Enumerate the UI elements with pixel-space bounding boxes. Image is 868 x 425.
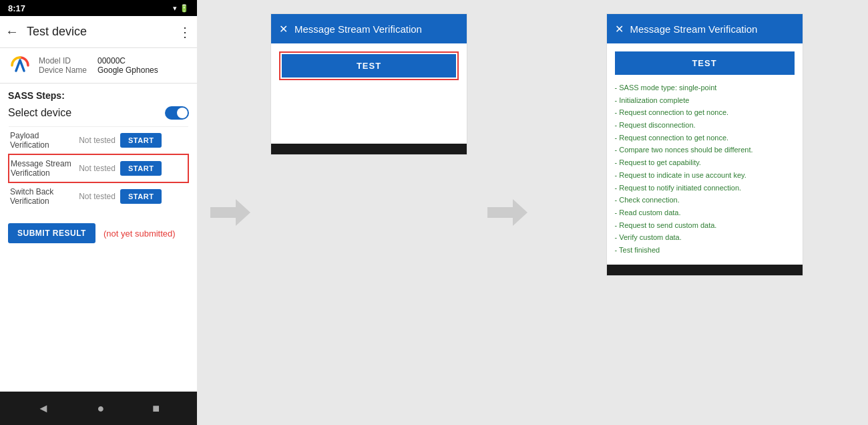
not-submitted-label: (not yet submitted) xyxy=(103,229,176,239)
phone-panel: 8:17 ▾ 🔋 ← Test device ⋮ Model ID 00000C xyxy=(0,0,197,425)
device-info-section: Model ID 00000C Device Name Google Gphon… xyxy=(0,48,197,84)
step-row-message-stream: Message StreamVerification Not tested ST… xyxy=(9,154,188,182)
dialog-2-wrapper: ✕ Message Stream Verification TEST - SAS… xyxy=(541,0,868,425)
step-btn-cell-payload: START xyxy=(119,127,188,155)
back-icon[interactable]: ← xyxy=(5,24,19,39)
arrow-2 xyxy=(487,199,527,226)
dialog-1-bottom-bar xyxy=(271,144,467,154)
start-payload-btn[interactable]: START xyxy=(120,133,162,148)
result-item: - Request disconnection. xyxy=(615,119,795,132)
arrow-2-head xyxy=(513,199,527,226)
dialog-1-close-icon[interactable]: ✕ xyxy=(279,23,288,35)
arrow-1-container xyxy=(197,0,264,425)
result-item: - Request to notify initiated connection… xyxy=(615,182,795,194)
result-item: - Test finished xyxy=(615,244,795,257)
device-name-value: Google Gphones xyxy=(97,65,158,75)
result-item: - Read custom data. xyxy=(615,206,795,219)
steps-table: Payload Verification Not tested START Me… xyxy=(8,126,189,210)
device-name-label: Device Name xyxy=(39,65,92,75)
select-device-label: Select device xyxy=(8,107,71,119)
step-name-message-stream: Message StreamVerification xyxy=(9,154,75,182)
select-device-toggle[interactable] xyxy=(165,106,189,120)
step-status-switch-back: Not tested xyxy=(75,182,119,210)
device-info-rows: Model ID 00000C Device Name Google Gphon… xyxy=(39,56,158,75)
result-item: - Request to send custom data. xyxy=(615,219,795,232)
phone-navbar: ◄ ● ■ xyxy=(0,392,197,425)
result-list: - SASS mode type: single-point- Initiali… xyxy=(615,82,795,257)
battery-icon: 🔋 xyxy=(180,4,189,13)
result-item: - Compare two nonces should be different… xyxy=(615,144,795,156)
phone-title: Test device xyxy=(27,25,178,39)
dialog-1-box: ✕ Message Stream Verification TEST xyxy=(270,13,467,155)
test-btn-1[interactable]: TEST xyxy=(282,54,456,78)
select-device-row: Select device xyxy=(8,106,189,120)
step-row-payload: Payload Verification Not tested START xyxy=(9,127,188,155)
dialog-2-bottom-bar xyxy=(607,265,803,275)
phone-content: ← Test device ⋮ Model ID 00000C Device N… xyxy=(0,16,197,392)
step-row-switch-back: Switch Back Verification Not tested STAR… xyxy=(9,182,188,210)
brand-logo xyxy=(8,53,32,78)
dialog-1-title: Message Stream Verification xyxy=(294,23,459,35)
result-item: - Request to get capability. xyxy=(615,156,795,169)
step-status-message-stream: Not tested xyxy=(75,154,119,182)
sass-section: SASS Steps: Select device Payload Verifi… xyxy=(0,84,197,212)
arrow-1 xyxy=(210,199,250,226)
arrow-2-body xyxy=(487,207,514,218)
sass-title: SASS Steps: xyxy=(8,90,189,101)
device-name-row: Device Name Google Gphones xyxy=(39,65,158,75)
step-name-payload: Payload Verification xyxy=(9,127,75,155)
more-icon[interactable]: ⋮ xyxy=(178,24,192,40)
status-time: 8:17 xyxy=(8,3,25,13)
start-switch-back-btn[interactable]: START xyxy=(120,189,162,204)
dialog-2-body: TEST - SASS mode type: single-point- Ini… xyxy=(607,43,803,265)
nav-recent-icon[interactable]: ■ xyxy=(152,402,160,416)
wifi-icon: ▾ xyxy=(173,4,177,13)
nav-home-icon[interactable]: ● xyxy=(97,402,105,416)
arrow-1-head xyxy=(236,199,250,226)
result-item: - Request connection to get nonce. xyxy=(615,106,795,119)
step-name-switch-back: Switch Back Verification xyxy=(9,182,75,210)
result-item: - Request connection to get nonce. xyxy=(615,132,795,144)
arrow-2-container xyxy=(474,0,541,425)
arrow-1-body xyxy=(210,207,237,218)
step-btn-cell-message-stream: START xyxy=(119,154,188,182)
submit-result-btn[interactable]: SUBMIT RESULT xyxy=(8,223,95,243)
dialog-2-header: ✕ Message Stream Verification xyxy=(607,14,803,43)
test-btn-2[interactable]: TEST xyxy=(615,51,795,75)
status-icons: ▾ 🔋 xyxy=(173,4,189,13)
dialog-1-wrapper: ✕ Message Stream Verification TEST xyxy=(264,0,474,425)
phone-topbar: ← Test device ⋮ xyxy=(0,16,197,48)
model-label: Model ID xyxy=(39,56,92,65)
model-value: 00000C xyxy=(97,56,126,65)
dialog-2-title: Message Stream Verification xyxy=(630,23,795,35)
model-row: Model ID 00000C xyxy=(39,56,158,65)
nav-back-icon[interactable]: ◄ xyxy=(37,402,49,416)
submit-section: SUBMIT RESULT (not yet submitted) xyxy=(0,215,197,251)
result-item: - Verify custom data. xyxy=(615,231,795,244)
result-item: - Initialization complete xyxy=(615,94,795,107)
dialog-1-header: ✕ Message Stream Verification xyxy=(271,14,467,43)
result-item: - SASS mode type: single-point xyxy=(615,82,795,94)
test-button-wrapper-1: TEST xyxy=(279,51,459,80)
step-status-payload: Not tested xyxy=(75,127,119,155)
dialog-2-close-icon[interactable]: ✕ xyxy=(615,23,624,35)
result-item: - Request to indicate in use account key… xyxy=(615,169,795,182)
dialog-1-body: TEST xyxy=(271,43,467,144)
start-message-stream-btn[interactable]: START xyxy=(120,161,162,176)
dialog-2-box: ✕ Message Stream Verification TEST - SAS… xyxy=(606,13,803,276)
step-btn-cell-switch-back: START xyxy=(119,182,188,210)
result-item: - Check connection. xyxy=(615,194,795,206)
status-bar: 8:17 ▾ 🔋 xyxy=(0,0,197,16)
